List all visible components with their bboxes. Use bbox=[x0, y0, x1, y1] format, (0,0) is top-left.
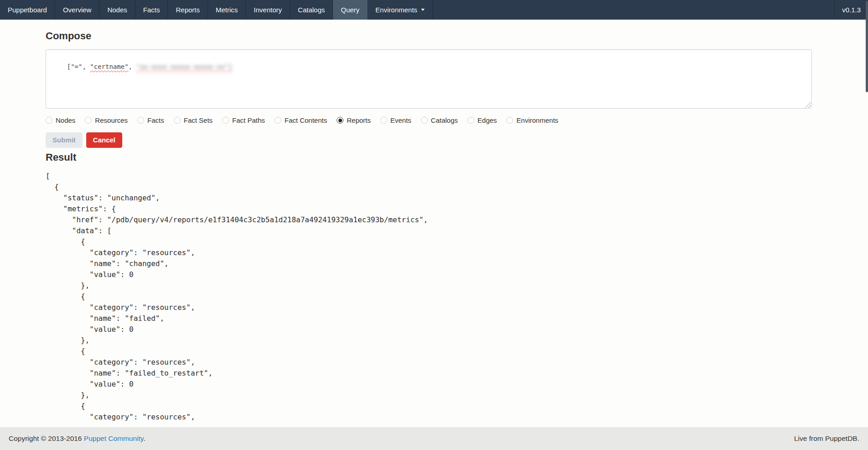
chevron-down-icon bbox=[421, 9, 425, 11]
nav-item-query[interactable]: Query bbox=[333, 0, 368, 20]
nav-item-label: Query bbox=[341, 6, 359, 14]
result-json-output: [ { "status": "unchanged", "metrics": { … bbox=[46, 171, 812, 423]
radio-input-nodes[interactable] bbox=[46, 117, 52, 124]
radio-option-fact-sets[interactable]: Fact Sets bbox=[174, 116, 213, 124]
version-label: v0.1.3 bbox=[842, 6, 861, 14]
compose-heading: Compose bbox=[46, 20, 812, 42]
radio-label: Fact Contents bbox=[285, 116, 327, 124]
radio-option-reports[interactable]: Reports bbox=[337, 116, 371, 124]
radio-label: Facts bbox=[147, 116, 164, 124]
radio-input-fact-contents[interactable] bbox=[275, 117, 281, 124]
nav-item-label: Metrics bbox=[216, 6, 238, 14]
nav-item-overview[interactable]: Overview bbox=[55, 0, 100, 20]
nav-item-facts[interactable]: Facts bbox=[135, 0, 168, 20]
copyright-period: . bbox=[143, 434, 145, 442]
footer: Copyright © 2013-2016 Puppet Community. … bbox=[0, 427, 868, 450]
nav-item-label: Overview bbox=[63, 6, 92, 14]
radio-input-environments[interactable] bbox=[506, 117, 513, 124]
nav-item-label: Catalogs bbox=[298, 6, 325, 14]
nav-item-reports[interactable]: Reports bbox=[168, 0, 208, 20]
nav-item-label: Environments bbox=[375, 6, 417, 14]
query-textarea[interactable]: ["=", "certname", "xx-xxxx-xxxxx-xxxxx-x… bbox=[46, 49, 812, 109]
radio-option-resources[interactable]: Resources bbox=[85, 116, 128, 124]
radio-label: Fact Paths bbox=[232, 116, 265, 124]
puppet-community-link[interactable]: Puppet Community bbox=[84, 434, 144, 442]
radio-input-reports[interactable] bbox=[337, 117, 343, 124]
query-separator-text: , bbox=[129, 63, 136, 70]
navbar-spacer bbox=[433, 0, 834, 20]
main-content: Compose ["=", "certname", "xx-xxxx-xxxxx… bbox=[46, 20, 812, 423]
radio-option-catalogs[interactable]: Catalogs bbox=[421, 116, 458, 124]
nav-item-label: Inventory bbox=[254, 6, 282, 14]
query-text: ["=", bbox=[67, 63, 90, 70]
radio-input-edges[interactable] bbox=[468, 117, 474, 124]
nav-item-environments[interactable]: Environments bbox=[368, 0, 433, 20]
radio-input-fact-sets[interactable] bbox=[174, 117, 181, 124]
copyright-text: Copyright © 2013-2016 bbox=[9, 434, 84, 442]
query-redacted-value: "xx-xxxx-xxxxx-xxxxx-xx"] bbox=[136, 63, 232, 70]
radio-input-catalogs[interactable] bbox=[421, 117, 428, 124]
radio-label: Catalogs bbox=[431, 116, 458, 124]
navbar-brand[interactable]: Puppetboard bbox=[0, 0, 55, 20]
radio-label: Nodes bbox=[56, 116, 75, 124]
radio-label: Resources bbox=[95, 116, 128, 124]
radio-option-fact-contents[interactable]: Fact Contents bbox=[275, 116, 327, 124]
result-heading: Result bbox=[46, 152, 812, 163]
cancel-button[interactable]: Cancel bbox=[86, 132, 122, 148]
radio-option-edges[interactable]: Edges bbox=[468, 116, 497, 124]
radio-input-resources[interactable] bbox=[85, 117, 92, 124]
submit-button[interactable]: Submit bbox=[46, 132, 83, 148]
footer-copyright: Copyright © 2013-2016 Puppet Community. bbox=[9, 434, 146, 443]
radio-label: Environments bbox=[516, 116, 558, 124]
radio-label: Fact Sets bbox=[184, 116, 213, 124]
radio-label: Edges bbox=[478, 116, 497, 124]
radio-input-facts[interactable] bbox=[137, 117, 144, 124]
radio-option-facts[interactable]: Facts bbox=[137, 116, 164, 124]
nav-item-label: Nodes bbox=[107, 6, 127, 14]
navbar-brand-label: Puppetboard bbox=[8, 6, 47, 14]
radio-input-events[interactable] bbox=[380, 117, 387, 124]
radio-option-environments[interactable]: Environments bbox=[506, 116, 558, 124]
scrollbar[interactable] bbox=[866, 1, 868, 92]
radio-option-fact-paths[interactable]: Fact Paths bbox=[222, 116, 265, 124]
radio-input-fact-paths[interactable] bbox=[222, 117, 229, 124]
radio-label: Events bbox=[390, 116, 411, 124]
form-actions: Submit Cancel bbox=[46, 132, 812, 148]
endpoint-radio-group: Nodes Resources Facts Fact Sets Fact Pat… bbox=[46, 116, 812, 124]
nav-item-inventory[interactable]: Inventory bbox=[246, 0, 290, 20]
radio-option-nodes[interactable]: Nodes bbox=[46, 116, 75, 124]
nav-item-label: Reports bbox=[176, 6, 200, 14]
radio-option-events[interactable]: Events bbox=[380, 116, 411, 124]
navbar: Puppetboard Overview Nodes Facts Reports… bbox=[0, 0, 868, 20]
footer-status: Live from PuppetDB. bbox=[794, 434, 859, 443]
nav-item-nodes[interactable]: Nodes bbox=[99, 0, 135, 20]
radio-label: Reports bbox=[347, 116, 371, 124]
nav-item-catalogs[interactable]: Catalogs bbox=[290, 0, 333, 20]
navbar-version: v0.1.3 bbox=[834, 0, 868, 20]
nav-item-label: Facts bbox=[143, 6, 160, 14]
nav-item-metrics[interactable]: Metrics bbox=[208, 0, 246, 20]
resize-grip-icon[interactable] bbox=[805, 102, 811, 108]
query-certname-text: "certname" bbox=[90, 63, 128, 70]
